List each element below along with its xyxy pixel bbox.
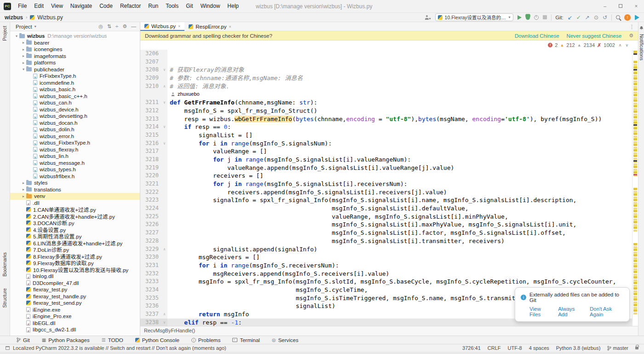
menu-edit[interactable]: Edit xyxy=(31,0,47,12)
code-line-3214[interactable]: 3214∨ if resp == 0: xyxy=(140,123,632,131)
tree-item-d3dcompiler-47-dll[interactable]: dD3Dcompiler_47.dll xyxy=(10,280,140,287)
download-chinese-link[interactable]: Download Chinese xyxy=(515,33,559,39)
chevron-right-icon[interactable]: ▸ xyxy=(21,61,26,65)
code-line-3220[interactable]: 3220 receivers = [] xyxy=(140,172,632,180)
gear-icon[interactable]: ⚙ xyxy=(122,23,127,29)
stop-button[interactable] xyxy=(543,15,547,19)
tree-item-6-lin-handle-py[interactable]: 6.LIN消息多通道收发+handle+过滤.py xyxy=(10,240,140,247)
lock-icon[interactable] xyxy=(635,347,638,349)
chevron-right-icon[interactable]: ▸ xyxy=(21,54,26,58)
tree-item-1-can-py[interactable]: 1.CAN单通道收发+过滤.py xyxy=(10,206,140,213)
fold-up-icon[interactable]: ∧ xyxy=(161,245,167,254)
tree-item-libgcc-s-dw2-1-dll[interactable]: dlibgcc_s_dw2-1.dll xyxy=(10,326,140,333)
menu-help[interactable]: Help xyxy=(224,0,242,12)
tree-item-wizbus[interactable]: ▾wizbusD:\manage version\wizbus xyxy=(10,33,140,40)
tool-tab-bookmarks[interactable]: Bookmarks xyxy=(2,252,7,277)
close-icon[interactable]: × xyxy=(229,24,231,29)
fold-down-icon[interactable]: ∨ xyxy=(161,319,167,326)
tree-item-wizbus-basic-c-h[interactable]: hwizbus_basic_c++.h xyxy=(10,93,140,100)
close-button[interactable]: × xyxy=(628,0,644,12)
tab-resperror-py[interactable]: RespError.py × xyxy=(184,22,235,31)
menu-code[interactable]: Code xyxy=(96,0,116,12)
tree-item-translations[interactable]: ▸translations xyxy=(10,186,140,193)
tree-item-3-docan-py[interactable]: 3.DOCAN诊断.py xyxy=(10,220,140,226)
tree-item-bearer[interactable]: ▸bearer xyxy=(10,40,140,46)
code-line-3211[interactable]: 3211∨def GetFrFrameInfo(chnname,msgName:… xyxy=(140,99,632,107)
git-history-button[interactable]: ⊙ xyxy=(594,15,598,20)
tree-item-8-flexray-py[interactable]: 8.Flexray多通道收发+过滤.py xyxy=(10,253,140,260)
dont-ask-again-link[interactable]: Don't Ask Again xyxy=(590,306,624,317)
tree-item-2-can-handle-py[interactable]: 2.CAN多通道收发+handle+过滤.py xyxy=(10,213,140,220)
code-line-3209[interactable]: 3209# 参数: chnname:通道名称,msgName: 消息名 xyxy=(140,74,632,82)
tree-item-wizbus-types-h[interactable]: hwizbus_types.h xyxy=(10,166,140,173)
tree-item-7-dolin-py[interactable]: 7.DoLin诊断.py xyxy=(10,246,140,253)
tree-item-4-py[interactable]: 4.设备设置.py xyxy=(10,226,140,233)
code-line-3227[interactable]: 3227 msgInfo_S.signalsList[i].factor, ms… xyxy=(140,229,632,237)
fold-down-icon[interactable]: ∨ xyxy=(161,66,167,74)
tree-item-binlog-dll[interactable]: dbinlog.dll xyxy=(10,273,140,280)
breadcrumb-file[interactable]: Wizbus.py xyxy=(37,14,63,21)
code-line-3207[interactable]: 3207 xyxy=(140,58,632,66)
menu-tools[interactable]: Tools xyxy=(162,0,182,12)
author-annotation[interactable]: zhuxuebo xyxy=(140,90,632,99)
tree-item-publicheader[interactable]: ▾publicheader xyxy=(10,66,140,73)
code-line-3233[interactable]: 3233 msgInfo = spxl_fr_msg_Info(msgInfo_… xyxy=(140,278,632,286)
prev-issue-icon[interactable]: ∧ xyxy=(619,43,622,47)
menu-run[interactable]: Run xyxy=(145,0,161,12)
fold-up-icon[interactable]: ∧ xyxy=(161,82,167,91)
code-line-3219[interactable]: 3219 valueRange.append(msgInfo_S.signals… xyxy=(140,164,632,172)
tree-item-wizbus-can-h[interactable]: hwizbus_can.h xyxy=(10,99,140,106)
chevron-right-icon[interactable]: ▸ xyxy=(21,181,26,185)
code-line-3213[interactable]: 3213 resp = wizbus.wbGetFrFrameInfo(byte… xyxy=(140,115,632,123)
run-config-select[interactable]: 10.Flexray设置以及消息的发送与接收 ▾ xyxy=(435,13,513,21)
tree-item-iconengines[interactable]: ▸iconengines xyxy=(10,46,140,53)
code-line-3230[interactable]: 3230 msgReceivers = [] xyxy=(140,253,632,261)
code-line-3212[interactable]: 3212 msgInfo_S = spxl_fr_msg_Info_Struct… xyxy=(140,107,632,115)
error-stripe[interactable] xyxy=(632,50,638,326)
code-line-3221[interactable]: 3221 for j in range(msgInfo_S.signalsLis… xyxy=(140,180,632,188)
learn-button[interactable] xyxy=(635,15,639,20)
status-3726-41[interactable]: 3726:41 xyxy=(462,345,481,351)
status-utf-8[interactable]: UTF-8 xyxy=(508,345,522,351)
profiler-button[interactable] xyxy=(534,15,539,20)
hide-panel-icon[interactable]: — xyxy=(131,23,136,29)
code-line-3226[interactable]: 3226 msgInfo_S.signalsList[i].maxPhyValu… xyxy=(140,221,632,229)
tool-window-problems[interactable]: !Problems xyxy=(191,337,221,343)
tree-item-wizbus-message-h[interactable]: hwizbus_message.h xyxy=(10,160,140,167)
breadcrumb-project[interactable]: wizbus xyxy=(5,14,23,21)
debug-button[interactable] xyxy=(526,15,530,20)
tool-window-git[interactable]: Git xyxy=(17,337,30,343)
git-commit-button[interactable]: ✓ xyxy=(576,15,581,20)
collapse-all-icon[interactable]: ÷ xyxy=(115,23,118,29)
chevron-right-icon[interactable]: ▸ xyxy=(21,194,26,198)
code-area[interactable]: 320632073208∨# 获取Flexray的消息对象3209# 参数: c… xyxy=(140,50,632,326)
always-add-link[interactable]: Always Add xyxy=(558,306,583,317)
code-line-3217[interactable]: 3217 valueRange = [] xyxy=(140,147,632,156)
minimize-button[interactable]: – xyxy=(597,0,613,12)
tree-item-wizbus-flexray-h[interactable]: hwizbus_flexray.h xyxy=(10,146,140,153)
tree-item-wizbus-docan-h[interactable]: hwizbus_docan.h xyxy=(10,120,140,127)
code-line-3231[interactable]: 3231 for i in range(msgInfo_S.receiversN… xyxy=(140,261,632,270)
code-line-3223[interactable]: 3223 signalInfo = spxl_fr_signal_Info(ms… xyxy=(140,196,632,204)
code-line-3229[interactable]: 3229∧ signalList.append(signalInfo) xyxy=(140,245,632,254)
next-issue-icon[interactable]: ∨ xyxy=(625,43,628,47)
tree-item-9-flexray-py[interactable]: 9.Flexray数据库的读取.py xyxy=(10,260,140,267)
tree-item-venv[interactable]: ▸venv xyxy=(10,193,140,200)
code-line-3210[interactable]: 3210∧# 返回值: 消息对象. xyxy=(140,82,632,91)
tree-item-icommdefine-h[interactable]: hicommdefine.h xyxy=(10,80,140,87)
code-line-3206[interactable]: 3206 xyxy=(140,50,632,58)
maximize-button[interactable] xyxy=(613,0,628,12)
tree-item-wizbus-device-h[interactable]: hwizbus_device.h xyxy=(10,106,140,113)
tree-item-wizbusfrfibex-h[interactable]: hwizbusfrfibex.h xyxy=(10,173,140,180)
tool-tab-project[interactable]: Project xyxy=(2,26,7,41)
menu-window[interactable]: Window xyxy=(197,0,224,12)
status-crlf[interactable]: CRLF xyxy=(488,345,501,351)
tree-item-iengine-pro-exe[interactable]: eiEngine_Pro.exe xyxy=(10,313,140,320)
git-branch-widget[interactable]: master xyxy=(607,345,628,351)
menu-file[interactable]: File xyxy=(15,0,30,12)
menu-view[interactable]: View xyxy=(48,0,66,12)
expand-collapse-icon[interactable]: ⇅ xyxy=(107,23,111,29)
tree-item-wizbus-lin-h[interactable]: hwizbus_lin.h xyxy=(10,153,140,160)
chevron-right-icon[interactable]: ▸ xyxy=(21,47,26,52)
code-line-3218[interactable]: 3218 for j in range(msgInfo_S.signalsLis… xyxy=(140,156,632,164)
